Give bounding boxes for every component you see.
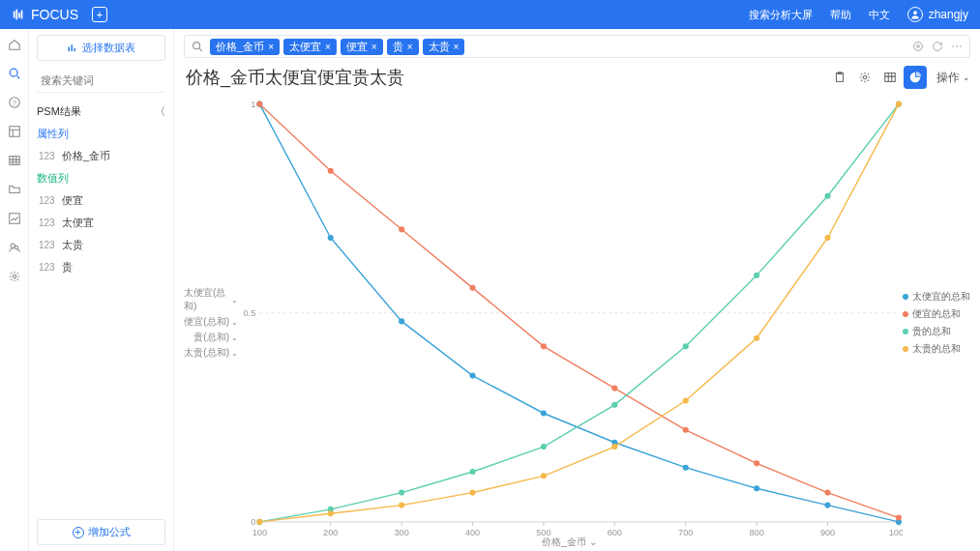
user-avatar-icon [907, 7, 923, 22]
attr-header: 属性列 [37, 123, 165, 145]
svg-point-88 [824, 235, 830, 241]
svg-rect-10 [9, 214, 19, 224]
y-measure-control[interactable]: 贵(总和)⌄ [193, 331, 238, 344]
select-datasource-label: 选择数据表 [82, 41, 135, 55]
svg-text:200: 200 [323, 528, 338, 537]
rail-search[interactable] [5, 64, 24, 83]
chevron-down-icon: ⌄ [231, 296, 238, 304]
field-type-badge: 123 [39, 151, 56, 161]
svg-point-75 [611, 402, 617, 408]
legend-dot-icon [903, 346, 908, 352]
query-chip[interactable]: 贵× [387, 39, 419, 55]
chip-label: 价格_金币 [216, 40, 264, 54]
svg-point-76 [683, 343, 689, 349]
rail-users-icon[interactable] [5, 238, 24, 257]
query-refresh-icon[interactable] [931, 40, 944, 53]
chart-title: 价格_金币太便宜便宜贵太贵 [186, 66, 404, 89]
legend-item[interactable]: 便宜的总和 [903, 307, 970, 321]
query-bar[interactable]: 价格_金币×太便宜×便宜×贵×太贵× ⋯ [184, 35, 970, 58]
view-chart-icon[interactable] [904, 66, 927, 89]
view-table-icon[interactable] [878, 66, 902, 89]
chart-action-label: 操作 [936, 70, 960, 86]
svg-rect-2 [18, 13, 20, 17]
val-header: 数值列 [37, 167, 165, 189]
field-type-badge: 123 [39, 195, 56, 206]
svg-point-73 [469, 469, 475, 475]
query-chip[interactable]: 便宜× [341, 39, 383, 55]
rail-home[interactable] [5, 35, 24, 54]
chip-remove-icon[interactable]: × [268, 42, 274, 52]
legend-item[interactable]: 太便宜的总和 [903, 290, 970, 304]
field-name: 价格_金币 [62, 149, 110, 163]
svg-point-65 [611, 386, 617, 392]
group-psm-label: PSM结果 [37, 104, 81, 119]
plot-zone[interactable]: 00.511002003004005006007008009001000价格_金… [242, 95, 903, 551]
rail-folder-icon[interactable] [5, 180, 24, 199]
rail-settings-icon[interactable] [5, 267, 24, 286]
user-menu[interactable]: zhangjy [907, 7, 968, 22]
field-item[interactable]: 123太便宜 [37, 212, 165, 234]
title-bar: 价格_金币太便宜便宜贵太贵 操作 ⌄ [184, 58, 970, 95]
chip-remove-icon[interactable]: × [454, 42, 460, 52]
rail-dashboard-icon[interactable] [5, 122, 24, 141]
left-rail: ? [0, 29, 29, 551]
add-tab-button[interactable]: + [92, 7, 107, 22]
query-chip[interactable]: 价格_金币× [210, 39, 280, 55]
chip-remove-icon[interactable]: × [407, 42, 413, 52]
settings-icon[interactable] [853, 66, 876, 89]
field-item[interactable]: 123价格_金币 [37, 145, 165, 167]
query-chip[interactable]: 太贵× [423, 39, 465, 55]
svg-point-63 [469, 285, 475, 291]
nav-analysis[interactable]: 搜索分析大屏 [749, 8, 813, 22]
field-search-input[interactable] [37, 72, 174, 88]
field-item[interactable]: 123太贵 [37, 234, 165, 256]
y-measure-control[interactable]: 便宜(总和)⌄ [184, 315, 238, 329]
svg-text:900: 900 [820, 528, 835, 537]
legend-dot-icon [903, 311, 908, 317]
side-panel: 选择数据表 PSM结果 〈 属性列 123价格_金币 数值列 123便宜123太… [29, 29, 174, 551]
field-item[interactable]: 123便宜 [37, 189, 165, 212]
legend-label: 便宜的总和 [912, 307, 961, 321]
query-chip[interactable]: 太便宜× [283, 39, 337, 55]
legend-item[interactable]: 贵的总和 [903, 325, 970, 338]
query-menu-icon[interactable]: ⋯ [950, 40, 964, 53]
y-axis-measure-controls: 太便宜(总和)⌄便宜(总和)⌄贵(总和)⌄太贵(总和)⌄ [184, 95, 242, 551]
group-psm[interactable]: PSM结果 〈 [37, 101, 165, 123]
chip-label: 太便宜 [289, 40, 321, 54]
query-target-icon[interactable] [911, 40, 925, 53]
rail-table-icon[interactable] [5, 151, 24, 170]
svg-point-64 [541, 343, 547, 349]
chart-action-menu[interactable]: 操作 ⌄ [936, 70, 970, 86]
y-measure-control[interactable]: 太贵(总和)⌄ [184, 346, 238, 360]
chip-remove-icon[interactable]: × [325, 42, 331, 52]
svg-rect-3 [21, 11, 23, 19]
legend-item[interactable]: 太贵的总和 [903, 342, 970, 356]
add-formula-label: 增加公式 [88, 525, 131, 539]
nav-help[interactable]: 帮助 [830, 8, 851, 22]
field-item[interactable]: 123贵 [37, 256, 165, 278]
nav-lang[interactable]: 中文 [869, 8, 890, 22]
svg-point-85 [611, 444, 617, 450]
svg-text:1: 1 [251, 100, 255, 109]
svg-point-66 [683, 427, 689, 433]
rail-chart-icon[interactable] [5, 209, 24, 228]
svg-point-57 [754, 485, 759, 491]
clipboard-icon[interactable] [828, 66, 851, 89]
svg-text:600: 600 [608, 528, 622, 537]
legend-label: 太贵的总和 [912, 342, 961, 356]
svg-point-60 [256, 102, 262, 107]
y-measure-control[interactable]: 太便宜(总和)⌄ [184, 286, 238, 313]
chip-remove-icon[interactable]: × [371, 42, 377, 52]
svg-text:700: 700 [678, 528, 693, 537]
add-formula-button[interactable]: + 增加公式 [37, 519, 165, 545]
field-name: 便宜 [62, 193, 83, 208]
svg-point-53 [469, 373, 475, 379]
svg-point-54 [541, 411, 547, 417]
svg-point-12 [13, 275, 16, 278]
rail-help-icon[interactable]: ? [5, 93, 24, 112]
search-icon [191, 40, 204, 53]
field-search[interactable] [37, 69, 165, 93]
chevron-down-icon: ⌄ [231, 318, 238, 327]
select-datasource-button[interactable]: 选择数据表 [37, 35, 165, 61]
legend-dot-icon [903, 329, 908, 334]
